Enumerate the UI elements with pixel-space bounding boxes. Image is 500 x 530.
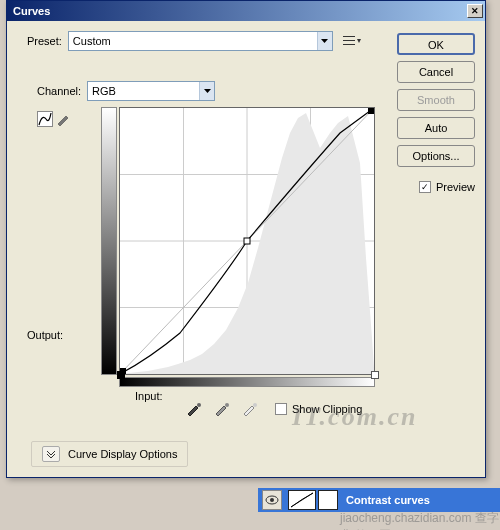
layer-thumbnail[interactable] [288, 490, 316, 510]
layer-name[interactable]: Contrast curves [346, 494, 430, 506]
output-gradient [101, 107, 117, 375]
curve-display-options-toggle[interactable]: Curve Display Options [31, 441, 188, 467]
black-point-slider[interactable] [117, 371, 125, 379]
svg-marker-0 [321, 39, 328, 43]
preview-label: Preview [436, 181, 475, 193]
output-label: Output: [27, 329, 63, 341]
cancel-button[interactable]: Cancel [397, 61, 475, 83]
svg-point-18 [253, 403, 257, 407]
channel-value: RGB [92, 85, 199, 97]
options-button[interactable]: Options... [397, 145, 475, 167]
svg-marker-5 [204, 89, 211, 93]
curve-tool-icon[interactable] [37, 111, 53, 127]
svg-point-20 [270, 498, 274, 502]
svg-rect-14 [244, 238, 250, 244]
svg-point-17 [225, 403, 229, 407]
chevron-down-icon [317, 32, 332, 50]
layers-panel-row: Contrast curves [258, 488, 500, 512]
chevron-down-icon [199, 82, 214, 100]
preview-checkbox[interactable]: ✓ [419, 181, 431, 193]
preset-select[interactable]: Custom [68, 31, 333, 51]
preset-label: Preset: [27, 35, 62, 47]
svg-point-16 [197, 403, 201, 407]
preset-menu-icon[interactable] [343, 34, 361, 48]
curves-dialog: Curves ✕ Preset: Custom Channel: RGB [6, 0, 486, 478]
ok-button[interactable]: OK [397, 33, 475, 55]
channel-label: Channel: [37, 85, 81, 97]
titlebar[interactable]: Curves ✕ [7, 1, 485, 21]
black-eyedropper-icon[interactable] [185, 399, 203, 417]
curve-display-options-label: Curve Display Options [68, 448, 177, 460]
dialog-title: Curves [13, 5, 467, 17]
show-clipping-checkbox[interactable] [275, 403, 287, 415]
channel-select[interactable]: RGB [87, 81, 215, 101]
svg-rect-15 [368, 108, 374, 114]
svg-rect-1 [343, 36, 355, 37]
white-eyedropper-icon[interactable] [241, 399, 259, 417]
input-label: Input: [135, 390, 163, 402]
pencil-tool-icon[interactable] [55, 111, 71, 127]
close-button[interactable]: ✕ [467, 4, 483, 18]
white-point-slider[interactable] [371, 371, 379, 379]
layer-mask-thumbnail[interactable] [318, 490, 338, 510]
svg-rect-2 [343, 40, 355, 41]
preset-value: Custom [73, 35, 317, 47]
curve-graph[interactable] [119, 107, 375, 375]
auto-button[interactable]: Auto [397, 117, 475, 139]
svg-marker-4 [357, 39, 361, 43]
svg-rect-3 [343, 44, 355, 45]
input-gradient [119, 377, 375, 387]
layer-visibility-icon[interactable] [262, 490, 282, 510]
gray-eyedropper-icon[interactable] [213, 399, 231, 417]
smooth-button[interactable]: Smooth [397, 89, 475, 111]
show-clipping-label: Show Clipping [292, 403, 362, 415]
chevron-down-icon [42, 446, 60, 462]
watermark-subtext: jiaocheng.chazidian.com 查字典 教程网 [340, 510, 500, 530]
